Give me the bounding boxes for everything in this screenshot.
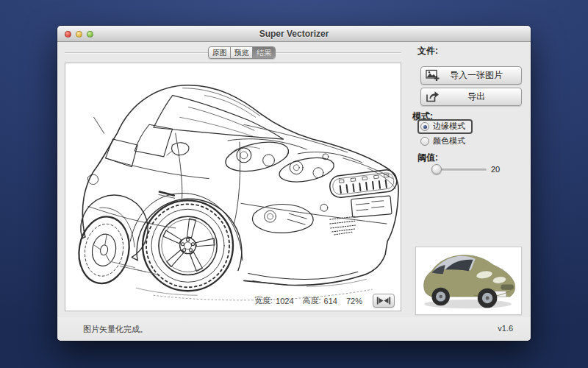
radio-selected-icon[interactable] <box>420 122 429 131</box>
vectorized-car-image <box>65 63 401 311</box>
window-title: Super Vectorizer <box>57 29 531 39</box>
mode-radio-color[interactable]: 颜色模式 <box>420 135 465 146</box>
export-icon <box>426 91 440 103</box>
radio-unselected-icon[interactable] <box>420 137 429 146</box>
file-section-label: 文件: <box>417 45 438 57</box>
threshold-value: 20 <box>491 165 500 174</box>
mode-edge-label: 边缘模式 <box>433 121 465 132</box>
desktop: { "window": { "title": "Super Vectorizer… <box>0 0 588 368</box>
titlebar[interactable]: Super Vectorizer <box>57 26 531 42</box>
fit-to-window-button[interactable] <box>373 294 395 308</box>
tab-preview[interactable]: 预览 <box>231 47 253 58</box>
height-value: 614 <box>324 297 337 305</box>
threshold-slider-thumb[interactable] <box>431 164 442 174</box>
view-tabs: 原图 预览 结果 <box>208 46 276 59</box>
version-label: v1.6 <box>498 324 513 333</box>
threshold-slider-track[interactable] <box>435 169 487 171</box>
status-message: 图片矢量化完成。 <box>83 324 148 335</box>
zoom-percent: 72% <box>346 297 362 305</box>
fit-to-window-icon <box>376 296 392 305</box>
width-label: 宽度: <box>254 295 273 306</box>
threshold-label: 阈值: <box>417 152 438 164</box>
image-info-bar: 宽度: 1024 高度: 614 72% <box>254 294 395 308</box>
import-image-button[interactable]: 导入一张图片 <box>420 66 522 85</box>
status-bar: 图片矢量化完成。 v1.6 <box>57 316 531 341</box>
mode-radio-edge[interactable]: 边缘模式 <box>417 119 473 134</box>
tab-result[interactable]: 结果 <box>253 47 275 58</box>
width-value: 1024 <box>276 297 293 305</box>
original-car-photo <box>418 250 519 312</box>
app-window: Super Vectorizer 原图 预览 结果 <box>57 26 531 341</box>
import-image-icon <box>426 69 440 82</box>
source-image-thumbnail <box>415 247 522 315</box>
mode-color-label: 颜色模式 <box>433 135 465 146</box>
export-button[interactable]: 导出 <box>420 88 522 106</box>
result-canvas[interactable]: 宽度: 1024 高度: 614 72% <box>65 63 401 311</box>
tab-original[interactable]: 原图 <box>209 47 231 58</box>
height-label: 高度: <box>303 295 321 306</box>
